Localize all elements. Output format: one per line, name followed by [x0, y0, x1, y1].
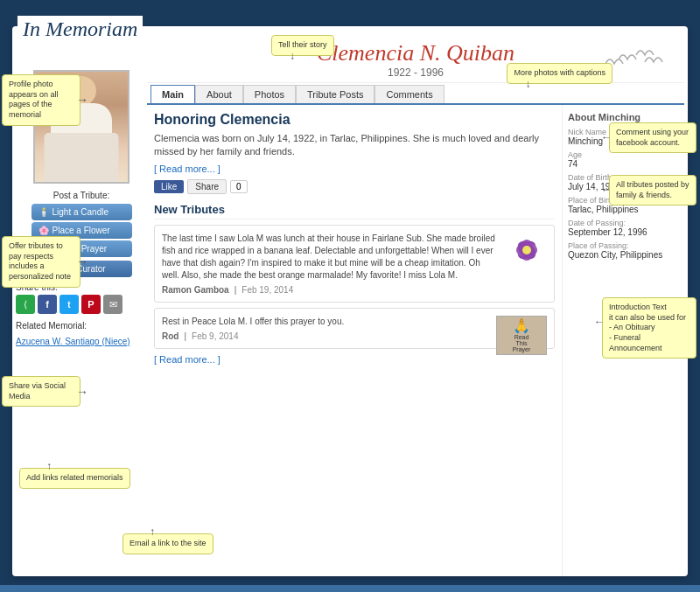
honoring-title: Honoring Clemencia — [154, 112, 555, 128]
fb-share-button[interactable]: Share — [187, 179, 227, 194]
prayer-hands-icon: 🙏 — [513, 317, 530, 334]
tab-about[interactable]: About — [195, 85, 243, 103]
callout-story: Tell their story ↓ — [271, 35, 334, 56]
candle-label: Light a Candle — [52, 207, 109, 217]
tribute-card-2: Rest in Peace Lola M. I offer this praye… — [154, 308, 555, 349]
about-pop-row: Place of Passing: Quezon City, Philippin… — [568, 241, 679, 260]
fb-count: 0 — [230, 180, 248, 193]
callout-all-tributes: ← All tributes posted by family & friend… — [609, 175, 696, 205]
tribute-1-text: The last time I saw Lola M was lunch at … — [162, 233, 547, 282]
callout-comment-text: Comment using your facebook account. — [616, 128, 689, 147]
tribute-2-author: Rod — [162, 331, 178, 341]
callout-links-text: Add links related memorials — [26, 473, 123, 482]
tribute-1-author-row: Ramon Gamboa | Feb 19, 2014 — [162, 285, 547, 295]
prayer-image-text: ReadThisPrayer — [513, 334, 531, 352]
tribute-1-date: Feb 19, 2014 — [242, 285, 293, 295]
about-dop-row: Date of Passing: September 12, 1996 — [568, 219, 679, 237]
tribute-card-1: The last time I saw Lola M was lunch at … — [154, 225, 555, 303]
tab-comments[interactable]: Comments — [374, 85, 444, 103]
tribute-1-author: Ramon Gamboa — [162, 285, 229, 295]
callout-profile-photo: Profile photo appears on all pages of th… — [2, 74, 80, 126]
tab-main[interactable]: Main — [150, 85, 195, 103]
about-title: About Minching — [568, 112, 679, 122]
callout-profile-arrow: → — [76, 92, 88, 108]
callout-profile-text: Profile photo appears on all pages of th… — [9, 80, 59, 119]
tributes-read-more[interactable]: [ Read more... ] — [154, 354, 555, 365]
about-age-row: Age 74 — [568, 150, 679, 169]
callout-share-text: Share via Social Media — [9, 381, 66, 400]
tab-photos[interactable]: Photos — [243, 85, 296, 103]
fb-like-bar: Like Share 0 — [154, 179, 555, 194]
callout-comment: ← Comment using your facebook account. — [609, 122, 696, 153]
callout-story-arrow: ↓ — [290, 50, 295, 64]
about-pop-label: Place of Passing: — [568, 241, 679, 250]
related-memorial-section: Related Memorial: Azucena W. Santiago (N… — [16, 321, 147, 348]
callout-tributes: Offer tributes to pay respects includes … — [2, 236, 80, 288]
honoring-text: Clemencia was born on July 14, 1922, in … — [154, 132, 555, 159]
read-more-link[interactable]: [ Read more... ] — [154, 164, 555, 174]
pinterest-share-icon[interactable]: P — [81, 295, 101, 314]
svg-point-4 — [522, 246, 531, 254]
callout-email-arrow: ↑ — [150, 526, 155, 540]
callout-links-arrow-up: ↑ — [46, 460, 52, 474]
page-container: In Memoriam Post a Tribute: 🕯️ Light a C… — [0, 0, 700, 592]
light-candle-button[interactable]: 🕯️ Light a Candle — [32, 204, 132, 220]
callout-photos-text: More photos with captions — [514, 68, 606, 77]
callout-share: Share via Social Media → — [2, 376, 80, 407]
fb-like-button[interactable]: Like — [154, 180, 184, 193]
flower-icon: 🌸 — [38, 226, 49, 235]
site-title: In Memoriam — [18, 16, 143, 43]
callout-tributes-arrow-left: ← — [601, 184, 612, 198]
tribute-1-flower — [508, 233, 547, 268]
tribute-2-separator: | — [184, 331, 186, 341]
tribute-2-author-row: Rod | Feb 9, 2014 — [162, 331, 547, 341]
tribute-1-separator: | — [234, 285, 237, 295]
email-share-icon[interactable]: ✉ — [103, 295, 122, 314]
callout-photos-arrow: ↓ — [525, 78, 530, 92]
about-age-value: 74 — [568, 159, 679, 169]
flower-label: Place a Flower — [52, 226, 110, 235]
about-pop-value: Quezon City, Philippines — [568, 250, 679, 260]
callout-tributes-arrow: → — [76, 254, 88, 269]
tab-tribute-posts[interactable]: Tribute Posts — [296, 85, 374, 103]
about-pob-value: Tarlac, Philippines — [568, 205, 679, 214]
candle-icon: 🕯️ — [38, 207, 49, 217]
callout-photos: More photos with captions ↓ — [507, 63, 612, 84]
callout-links: Add links related memorials ↑ — [19, 468, 130, 489]
facebook-share-icon[interactable]: f — [38, 295, 57, 314]
bottom-bar — [0, 585, 700, 592]
tribute-label: Post a Tribute: — [16, 191, 147, 200]
related-link[interactable]: Azucena W. Santiago (Niece) — [16, 337, 130, 346]
twitter-share-icon[interactable]: t — [60, 295, 79, 314]
callout-intro: ← Introduction Textit can also be used f… — [602, 297, 696, 359]
share-icons-row: ⟨ f t P ✉ — [16, 295, 147, 314]
tribute-2-date: Feb 9, 2014 — [192, 331, 238, 341]
about-dop-label: Date of Passing: — [568, 219, 679, 227]
new-tributes-title: New Tributes — [154, 203, 555, 219]
callout-all-tributes-text: All tributes posted by family & friends. — [616, 180, 690, 199]
callout-comment-arrow: ← — [601, 131, 612, 145]
related-label: Related Memorial: — [16, 321, 147, 331]
tribute-2-prayer-image: 🙏 ReadThisPrayer — [496, 316, 547, 355]
callout-email-text: Email a link to the site — [130, 539, 206, 547]
tribute-2-text: Rest in Peace Lola M. I offer this praye… — [162, 316, 547, 328]
share-icon[interactable]: ⟨ — [16, 295, 35, 314]
callout-tributes-text: Offer tributes to pay respects includes … — [9, 241, 71, 281]
person-clothing — [45, 133, 119, 184]
main-content: Honoring Clemencia Clemencia was born on… — [147, 105, 562, 576]
callout-email-link: Email a link to the site ↑ — [122, 533, 214, 554]
callout-share-arrow: → — [76, 384, 88, 400]
callout-intro-text: Introduction Textit can also be used for… — [609, 303, 686, 352]
callout-intro-arrow: ← — [594, 316, 605, 330]
about-dop-value: September 12, 1996 — [568, 227, 679, 237]
callout-story-text: Tell their story — [278, 40, 327, 49]
tab-bar: Main About Photos Tribute Posts Comments — [147, 85, 684, 105]
